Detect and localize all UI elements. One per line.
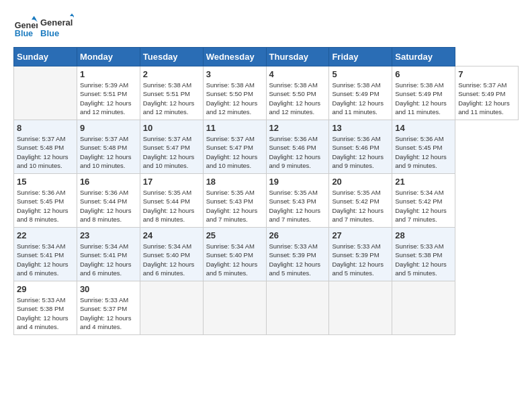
calendar-cell: 28Sunrise: 5:33 AMSunset: 5:38 PMDayligh… [392,228,455,281]
calendar-cell: 7Sunrise: 5:37 AMSunset: 5:49 PMDaylight… [455,66,519,120]
calendar-week-row: 8Sunrise: 5:37 AMSunset: 5:48 PMDaylight… [14,120,519,174]
calendar-header-row: SundayMondayTuesdayWednesdayThursdayFrid… [14,48,519,66]
day-info: Sunrise: 5:37 AMSunset: 5:48 PMDaylight:… [17,134,74,170]
calendar-cell: 23Sunrise: 5:34 AMSunset: 5:41 PMDayligh… [77,228,140,281]
day-number: 25 [206,230,263,240]
day-number: 15 [17,177,74,187]
day-number: 19 [269,177,326,187]
day-info: Sunrise: 5:36 AMSunset: 5:44 PMDaylight:… [80,188,137,224]
day-number: 12 [269,123,326,133]
svg-text:Blue: Blue [15,29,33,38]
day-number: 9 [80,123,137,133]
col-header-friday: Friday [329,48,392,66]
calendar-cell: 4Sunrise: 5:38 AMSunset: 5:50 PMDaylight… [266,66,329,120]
day-number: 29 [17,284,74,294]
calendar-cell: 17Sunrise: 5:35 AMSunset: 5:44 PMDayligh… [140,174,203,228]
calendar-cell: 1Sunrise: 5:39 AMSunset: 5:51 PMDaylight… [77,66,140,120]
day-number: 1 [80,69,137,79]
calendar-cell: 9Sunrise: 5:37 AMSunset: 5:48 PMDaylight… [77,120,140,174]
day-info: Sunrise: 5:33 AMSunset: 5:39 PMDaylight:… [269,242,326,277]
day-info: Sunrise: 5:37 AMSunset: 5:47 PMDaylight:… [206,134,263,170]
day-info: Sunrise: 5:36 AMSunset: 5:46 PMDaylight:… [269,134,326,170]
day-info: Sunrise: 5:36 AMSunset: 5:45 PMDaylight:… [17,188,74,224]
day-info: Sunrise: 5:37 AMSunset: 5:49 PMDaylight:… [458,81,515,116]
day-info: Sunrise: 5:38 AMSunset: 5:50 PMDaylight:… [269,81,326,116]
calendar-cell: 27Sunrise: 5:33 AMSunset: 5:39 PMDayligh… [329,228,392,281]
day-number: 10 [143,123,200,133]
calendar-cell: 8Sunrise: 5:37 AMSunset: 5:48 PMDaylight… [14,120,77,174]
calendar-cell: 11Sunrise: 5:37 AMSunset: 5:47 PMDayligh… [203,120,266,174]
day-info: Sunrise: 5:35 AMSunset: 5:44 PMDaylight:… [143,188,200,224]
calendar-cell: 3Sunrise: 5:38 AMSunset: 5:50 PMDaylight… [203,66,266,120]
calendar-cell: 19Sunrise: 5:35 AMSunset: 5:43 PMDayligh… [266,174,329,228]
day-info: Sunrise: 5:34 AMSunset: 5:40 PMDaylight:… [143,242,200,277]
calendar-week-row: 22Sunrise: 5:34 AMSunset: 5:41 PMDayligh… [14,228,519,281]
day-number: 16 [80,177,137,187]
day-number: 14 [395,123,452,133]
calendar-cell: 22Sunrise: 5:34 AMSunset: 5:41 PMDayligh… [14,228,77,281]
calendar-cell: 26Sunrise: 5:33 AMSunset: 5:39 PMDayligh… [266,228,329,281]
calendar-cell: 20Sunrise: 5:35 AMSunset: 5:42 PMDayligh… [329,174,392,228]
calendar-cell [203,281,266,335]
col-header-tuesday: Tuesday [140,48,203,66]
day-number: 28 [395,230,452,240]
calendar-cell [140,281,203,335]
col-header-wednesday: Wednesday [203,48,266,66]
day-info: Sunrise: 5:34 AMSunset: 5:40 PMDaylight:… [206,242,263,277]
calendar-cell: 24Sunrise: 5:34 AMSunset: 5:40 PMDayligh… [140,228,203,281]
day-info: Sunrise: 5:33 AMSunset: 5:38 PMDaylight:… [17,295,74,331]
calendar-cell: 10Sunrise: 5:37 AMSunset: 5:47 PMDayligh… [140,120,203,174]
calendar-cell: 18Sunrise: 5:35 AMSunset: 5:43 PMDayligh… [203,174,266,228]
col-header-sunday: Sunday [14,48,77,66]
calendar-cell: 14Sunrise: 5:36 AMSunset: 5:45 PMDayligh… [392,120,455,174]
day-info: Sunrise: 5:36 AMSunset: 5:45 PMDaylight:… [395,134,452,170]
day-info: Sunrise: 5:35 AMSunset: 5:42 PMDaylight:… [332,188,389,224]
day-number: 30 [80,284,137,294]
day-info: Sunrise: 5:35 AMSunset: 5:43 PMDaylight:… [206,188,263,224]
general-blue-logo-svg: General Blue [40,13,74,40]
day-info: Sunrise: 5:38 AMSunset: 5:49 PMDaylight:… [395,81,452,116]
calendar-week-row: 29Sunrise: 5:33 AMSunset: 5:38 PMDayligh… [14,281,519,335]
day-info: Sunrise: 5:35 AMSunset: 5:43 PMDaylight:… [269,188,326,224]
day-info: Sunrise: 5:33 AMSunset: 5:38 PMDaylight:… [395,242,452,277]
calendar-cell [266,281,329,335]
day-info: Sunrise: 5:38 AMSunset: 5:49 PMDaylight:… [332,81,389,116]
calendar-cell: 6Sunrise: 5:38 AMSunset: 5:49 PMDaylight… [392,66,455,120]
day-info: Sunrise: 5:37 AMSunset: 5:48 PMDaylight:… [80,134,137,170]
day-number: 26 [269,230,326,240]
day-number: 27 [332,230,389,240]
day-number: 13 [332,123,389,133]
svg-text:General: General [40,17,73,28]
calendar-cell [14,66,77,120]
day-number: 7 [458,69,515,79]
calendar-cell: 16Sunrise: 5:36 AMSunset: 5:44 PMDayligh… [77,174,140,228]
day-number: 21 [395,177,452,187]
day-number: 3 [206,69,263,79]
day-info: Sunrise: 5:34 AMSunset: 5:41 PMDaylight:… [17,242,74,277]
calendar-week-row: 15Sunrise: 5:36 AMSunset: 5:45 PMDayligh… [14,174,519,228]
day-number: 18 [206,177,263,187]
calendar-cell: 15Sunrise: 5:36 AMSunset: 5:45 PMDayligh… [14,174,77,228]
day-info: Sunrise: 5:33 AMSunset: 5:39 PMDaylight:… [332,242,389,277]
col-header-thursday: Thursday [266,48,329,66]
col-header-saturday: Saturday [392,48,455,66]
calendar-cell: 13Sunrise: 5:36 AMSunset: 5:46 PMDayligh… [329,120,392,174]
day-info: Sunrise: 5:34 AMSunset: 5:41 PMDaylight:… [80,242,137,277]
calendar-cell [329,281,392,335]
day-number: 23 [80,230,137,240]
calendar-cell [392,281,455,335]
calendar-cell: 21Sunrise: 5:34 AMSunset: 5:42 PMDayligh… [392,174,455,228]
calendar-cell: 2Sunrise: 5:38 AMSunset: 5:51 PMDaylight… [140,66,203,120]
day-number: 11 [206,123,263,133]
logo-icon: General Blue [13,15,38,39]
day-number: 8 [17,123,74,133]
day-number: 20 [332,177,389,187]
calendar-cell: 29Sunrise: 5:33 AMSunset: 5:38 PMDayligh… [14,281,77,335]
day-info: Sunrise: 5:37 AMSunset: 5:47 PMDaylight:… [143,134,200,170]
page-header: General Blue General Blue [13,13,519,40]
day-info: Sunrise: 5:33 AMSunset: 5:37 PMDaylight:… [80,295,137,331]
day-info: Sunrise: 5:38 AMSunset: 5:51 PMDaylight:… [143,81,200,116]
calendar-cell: 30Sunrise: 5:33 AMSunset: 5:37 PMDayligh… [77,281,140,335]
day-number: 17 [143,177,200,187]
day-number: 4 [269,69,326,79]
